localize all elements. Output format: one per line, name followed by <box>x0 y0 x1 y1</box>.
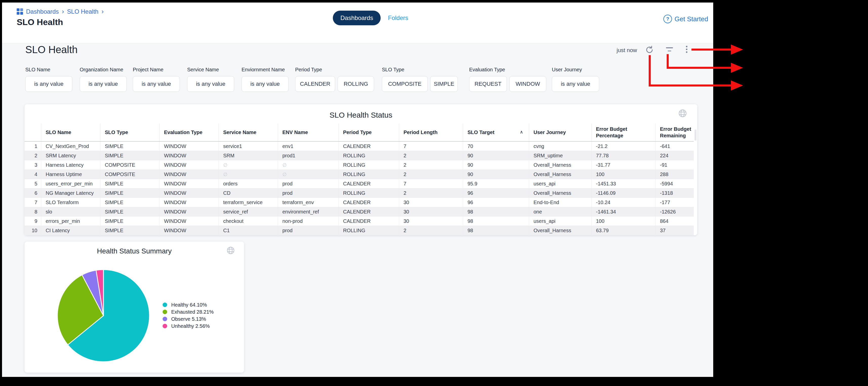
refresh-icon[interactable] <box>645 45 654 54</box>
table-cell: SIMPLE <box>100 207 159 216</box>
table-cell: 98 <box>463 216 529 226</box>
legend-dot-icon <box>163 324 167 328</box>
globe-icon[interactable] <box>226 246 235 256</box>
table-cell: 10 <box>25 226 41 235</box>
annotation-arrow-head <box>731 63 743 73</box>
table-cell: CI Latency <box>41 226 100 235</box>
filter-icon[interactable] <box>665 45 674 54</box>
table-cell: 7 <box>399 179 463 188</box>
column-header-service-name[interactable]: Service Name <box>219 123 278 141</box>
table-cell: CALENDER <box>338 141 399 151</box>
legend-item-exhausted[interactable]: Exhausted 28.21% <box>163 308 214 316</box>
table-cell: cvng <box>529 141 591 151</box>
table-cell: -1451.33 <box>591 179 655 188</box>
table-cell: SIMPLE <box>100 151 159 160</box>
table-cell: End-to-End <box>529 198 591 207</box>
column-header-slo-type[interactable]: SLO Type <box>100 123 159 141</box>
table-cell: ROLLING <box>338 151 399 160</box>
column-header-row-number[interactable] <box>25 123 41 141</box>
column-header-slo-target[interactable]: SLO Target∧ <box>463 123 529 141</box>
table-cell: 100 <box>591 170 655 179</box>
filter-user-journey: User Journeyis any value <box>552 67 599 92</box>
column-header-env-name[interactable]: ENV Name <box>278 123 338 141</box>
table-cell: slo <box>41 207 100 216</box>
chevron-right-icon: › <box>62 8 64 16</box>
filter-value-button[interactable]: is any value <box>242 76 288 92</box>
tab-dashboards[interactable]: Dashboards <box>333 11 381 25</box>
table-cell: NG Manager Latency <box>41 188 100 198</box>
table-cell: CALENDER <box>338 216 399 226</box>
tab-folders[interactable]: Folders <box>388 11 408 25</box>
page-title: SLO Health <box>17 17 63 27</box>
legend-label: Healthy 64.10% <box>171 302 207 308</box>
chevron-right-icon: › <box>101 8 104 16</box>
table-cell: 2 <box>399 151 463 160</box>
column-header-period-type[interactable]: Period Type <box>338 123 399 141</box>
breadcrumb-link-dashboards[interactable]: Dashboards <box>26 8 59 15</box>
table-cell: Harness Uptime <box>41 170 100 179</box>
table-cell: ROLLING <box>338 188 399 198</box>
table-cell: 7 <box>25 198 41 207</box>
table-cell: -12626 <box>655 207 694 216</box>
table-cell: prod1 <box>278 151 338 160</box>
filter-label: Enviornment Name <box>242 67 288 72</box>
table-cell: 224 <box>655 151 694 160</box>
table-cell: ∅ <box>219 160 278 170</box>
question-circle-icon: ? <box>663 15 672 23</box>
table-cell: users_error_per_min <box>41 179 100 188</box>
filter-value-button[interactable]: COMPOSITE <box>382 76 428 92</box>
globe-icon[interactable] <box>678 109 687 119</box>
filter-label: SLO Name <box>25 67 72 72</box>
column-header-user-journey[interactable]: User Journey <box>529 123 591 141</box>
filter-project-name: Project Nameis any value <box>133 67 180 92</box>
table-cell: users_api <box>529 216 591 226</box>
table-cell: non-prod <box>278 216 338 226</box>
table-cell: service1 <box>219 141 278 151</box>
column-header-evaluation-type[interactable]: Evaluation Type <box>159 123 219 141</box>
legend-item-observe[interactable]: Observe 5.13% <box>163 316 214 323</box>
filter-value-button[interactable]: SIMPLE <box>430 76 458 92</box>
table-scrollbar-thumb[interactable] <box>694 129 696 141</box>
filter-value-button[interactable]: is any value <box>133 76 180 92</box>
table-cell: SIMPLE <box>100 198 159 207</box>
breadcrumb-link-slo-health[interactable]: SLO Health <box>67 8 98 15</box>
table-cell: prod <box>278 188 338 198</box>
column-header-error-budget-remaining[interactable]: Error Budget Remaining <box>655 123 694 141</box>
health-status-pie-chart[interactable] <box>55 268 152 364</box>
table-cell: WINDOW <box>159 216 219 226</box>
dashboard-title: SLO Health <box>25 44 78 55</box>
filter-value-button[interactable]: REQUEST <box>469 76 507 92</box>
table-cell: SIMPLE <box>100 216 159 226</box>
table-cell: COMPOSITE <box>100 170 159 179</box>
column-header-period-length[interactable]: Period Length <box>399 123 463 141</box>
filter-value-button[interactable]: is any value <box>552 76 599 92</box>
table-cell: 2 <box>25 151 41 160</box>
table-cell: 30 <box>399 216 463 226</box>
table-cell: prod <box>278 226 338 235</box>
table-cell: COMPOSITE <box>100 160 159 170</box>
legend-item-unhealthy[interactable]: Unhealthy 2.56% <box>163 323 214 330</box>
table-cell: 4 <box>25 170 41 179</box>
column-header-slo-name[interactable]: SLO Name <box>41 123 100 141</box>
filter-enviornment-name: Enviornment Nameis any value <box>242 67 288 92</box>
filter-value-button[interactable]: is any value <box>80 76 127 92</box>
slo-health-status-table: SLO NameSLO TypeEvaluation TypeService N… <box>25 123 694 235</box>
legend-dot-icon <box>163 302 167 307</box>
legend-item-healthy[interactable]: Healthy 64.10% <box>163 301 214 308</box>
filter-value-button[interactable]: ROLLING <box>338 76 374 92</box>
filter-period-type: Period TypeCALENDERROLLING <box>295 67 374 92</box>
table-cell: 2 <box>399 160 463 170</box>
get-started-link[interactable]: ? Get Started <box>663 15 708 23</box>
filter-value-button[interactable]: is any value <box>187 76 234 92</box>
table-cell: SRM_uptime <box>529 151 591 160</box>
filter-value-button[interactable]: is any value <box>25 76 72 92</box>
column-header-error-budget-percentage[interactable]: Error Budget Percentage <box>591 123 655 141</box>
table-cell: -5994 <box>655 179 694 188</box>
filter-value-button[interactable]: CALENDER <box>295 76 335 92</box>
table-cell: 95.9 <box>463 179 529 188</box>
table-cell: 30 <box>399 207 463 216</box>
sort-asc-icon[interactable]: ∧ <box>520 129 523 135</box>
filter-value-button[interactable]: WINDOW <box>509 76 546 92</box>
filter-label: Organization Name <box>80 67 127 72</box>
kebab-menu-icon[interactable] <box>682 45 691 54</box>
